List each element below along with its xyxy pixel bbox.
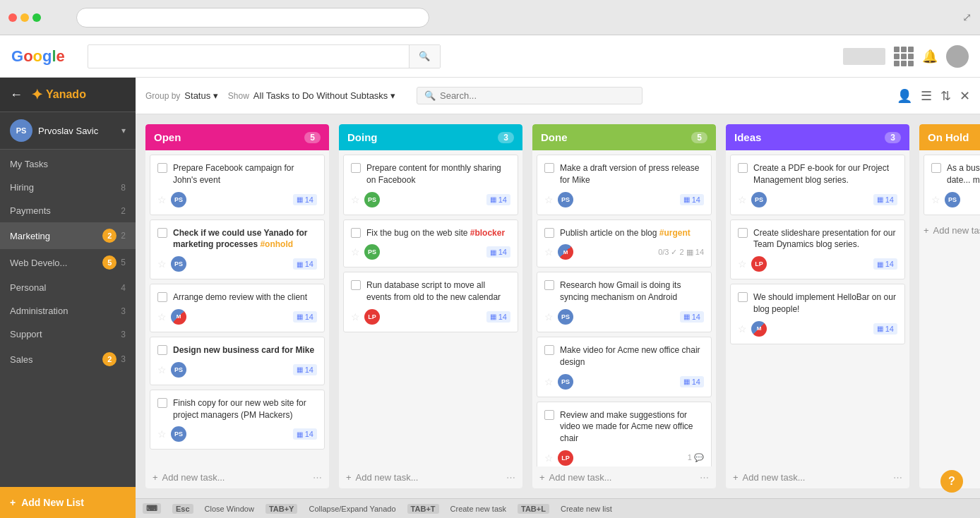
card[interactable]: Review and make suggestions for video we… [537, 402, 712, 466]
google-extra-button[interactable] [843, 48, 885, 65]
sidebar-item-administration[interactable]: Administration 3 [0, 299, 136, 323]
card-count: ▦ 14 [680, 376, 704, 387]
card-checkbox[interactable] [544, 345, 554, 355]
card[interactable]: Fix the bug on the web site #blocker ☆ P… [343, 219, 518, 268]
card-checkbox[interactable] [738, 228, 748, 238]
card[interactable]: Create a PDF e-book for our Project Mana… [730, 155, 905, 215]
google-account-avatar[interactable] [946, 45, 969, 68]
card[interactable]: Publish article on the blog #urgent ☆ M … [537, 219, 712, 268]
card-star[interactable]: ☆ [544, 376, 554, 387]
sidebar-item-marketing[interactable]: Marketing 2 2 [0, 222, 136, 249]
add-new-list-button[interactable]: + Add New List [0, 487, 136, 518]
column-menu-icon[interactable]: ⋯ [893, 472, 902, 483]
card-star[interactable]: ☆ [544, 311, 554, 323]
card-checkbox[interactable] [351, 280, 361, 290]
column-menu-icon[interactable]: ⋯ [506, 472, 515, 483]
sidebar-item-personal[interactable]: Personal 4 [0, 276, 136, 299]
add-task-button-onhold[interactable]: + Add new task... [924, 219, 980, 241]
add-member-icon[interactable]: 👤 [897, 88, 912, 104]
list-view-icon[interactable]: ☰ [921, 88, 932, 104]
google-search-bar[interactable]: 🔍 [88, 44, 441, 68]
add-task-button-done[interactable]: + Add new task... ⋯ [532, 466, 716, 488]
chrome-close-dot[interactable] [8, 13, 17, 22]
google-search-button[interactable]: 🔍 [409, 45, 440, 68]
card-star[interactable]: ☆ [544, 194, 554, 205]
sidebar-item-hiring[interactable]: Hiring 8 [0, 176, 136, 199]
google-search-input[interactable] [88, 51, 409, 62]
add-task-button-doing[interactable]: + Add new task... ⋯ [339, 466, 522, 488]
sidebar-item-label: Administration [10, 306, 116, 316]
nav-count: 4 [121, 283, 126, 293]
close-icon[interactable]: ✕ [960, 88, 970, 104]
card-star[interactable]: ☆ [738, 258, 747, 270]
card-star[interactable]: ☆ [351, 194, 360, 205]
collapse-icon[interactable]: ⇅ [940, 88, 951, 104]
sidebar-item-support[interactable]: Support 3 [0, 323, 136, 346]
google-notifications-icon[interactable]: 🔔 [922, 49, 938, 64]
show-value[interactable]: All Tasks to Do Without Subtasks ▾ [253, 90, 395, 101]
card-star[interactable]: ☆ [157, 194, 167, 205]
card-star[interactable]: ☆ [351, 246, 360, 258]
sidebar-item-webdevelo[interactable]: Web Develo... 5 5 [0, 249, 136, 276]
card-star[interactable]: ☆ [157, 258, 167, 270]
card-checkbox[interactable] [544, 280, 554, 290]
card-star[interactable]: ☆ [738, 194, 747, 205]
card-star[interactable]: ☆ [544, 246, 554, 258]
card-checkbox[interactable] [544, 410, 554, 420]
create-list-label: Create new list [561, 505, 612, 513]
card-star[interactable]: ☆ [157, 311, 167, 323]
sidebar-item-sales[interactable]: Sales 2 3 [0, 346, 136, 373]
card[interactable]: Finish copy for our new web site for pro… [150, 390, 325, 450]
add-task-button-ideas[interactable]: + Add new task... ⋯ [726, 466, 909, 488]
avatar: PS [558, 192, 573, 207]
back-button[interactable]: ← [10, 88, 23, 102]
card-checkbox[interactable] [157, 228, 167, 238]
user-menu-chevron[interactable]: ▾ [121, 126, 126, 135]
card-star[interactable]: ☆ [351, 311, 360, 323]
card-checkbox[interactable] [351, 163, 361, 173]
card[interactable]: We should implement HelloBar on our blog… [730, 284, 905, 344]
avatar: M [751, 321, 767, 337]
card-checkbox[interactable] [157, 292, 167, 302]
chrome-expand-icon[interactable]: ⤢ [962, 11, 972, 24]
card[interactable]: Make a draft version of press release fo… [537, 155, 712, 215]
chrome-min-dot[interactable] [20, 13, 29, 22]
card-checkbox[interactable] [931, 163, 941, 173]
card[interactable]: Create slideshare presentation for our T… [730, 219, 905, 280]
add-task-button-open[interactable]: + Add new task... ⋯ [145, 466, 329, 488]
card[interactable]: Run database script to move all events f… [343, 272, 518, 332]
card-checkbox[interactable] [157, 345, 167, 355]
card-checkbox[interactable] [157, 163, 167, 173]
chrome-max-dot[interactable] [32, 13, 41, 22]
card[interactable]: Check if we could use Yanado for marketi… [150, 219, 325, 280]
google-apps-icon[interactable] [894, 47, 914, 66]
sidebar-item-payments[interactable]: Payments 2 [0, 199, 136, 222]
card-checkbox[interactable] [157, 398, 167, 408]
card-checkbox[interactable] [738, 163, 748, 173]
card[interactable]: Arrange demo review with the client ☆ M … [150, 284, 325, 332]
card[interactable]: Prepare content for monthly sharing on F… [343, 155, 518, 215]
card[interactable]: As a business us... to set a due date...… [924, 155, 980, 215]
card-star[interactable]: ☆ [157, 364, 167, 375]
sidebar-item-mytasks[interactable]: My Tasks [0, 152, 136, 176]
card[interactable]: Design new business card for Mike ☆ PS ▦… [150, 337, 325, 385]
card[interactable]: Prepare Facebook campaign for John's eve… [150, 155, 325, 215]
card-checkbox[interactable] [544, 163, 554, 173]
column-menu-icon[interactable]: ⋯ [313, 472, 322, 483]
card-star[interactable]: ☆ [738, 323, 747, 335]
search-input[interactable] [440, 90, 635, 101]
column-menu-icon[interactable]: ⋯ [700, 472, 709, 483]
card[interactable]: Make video for Acme new office chair des… [537, 337, 712, 397]
card[interactable]: Research how Gmail is doing its syncing … [537, 272, 712, 332]
card-star[interactable]: ☆ [544, 452, 554, 464]
chrome-url-bar[interactable] [76, 8, 429, 28]
count-value: 14 [885, 325, 894, 333]
card-checkbox[interactable] [738, 292, 748, 302]
card-star[interactable]: ☆ [157, 428, 167, 440]
card-star[interactable]: ☆ [931, 194, 940, 205]
card-checkbox[interactable] [544, 228, 554, 238]
card-checkbox[interactable] [351, 228, 361, 238]
group-by-value[interactable]: Status ▾ [184, 90, 217, 101]
toolbar-search-bar[interactable]: 🔍 [417, 87, 643, 104]
help-button[interactable]: ? [940, 470, 963, 493]
